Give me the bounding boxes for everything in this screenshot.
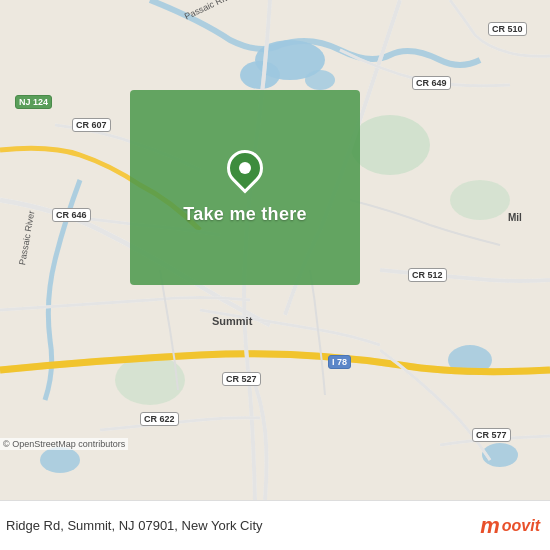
info-bar: Ridge Rd, Summit, NJ 07901, New York Cit… [0, 500, 550, 550]
road-badge-cr622: CR 622 [140, 412, 179, 426]
mil-town-label: Mil [508, 212, 522, 223]
road-badge-cr607: CR 607 [72, 118, 111, 132]
address-text: Ridge Rd, Summit, NJ 07901, New York Cit… [6, 518, 263, 533]
map-container: Take me there NJ 124 CR 607 CR 646 CR 64… [0, 0, 550, 500]
svg-point-3 [305, 70, 335, 90]
navigation-overlay: Take me there [130, 90, 360, 285]
svg-point-2 [240, 61, 280, 89]
road-badge-i78: I 78 [328, 355, 351, 369]
road-badge-cr646: CR 646 [52, 208, 91, 222]
road-badge-cr527: CR 527 [222, 372, 261, 386]
road-badge-cr577: CR 577 [472, 428, 511, 442]
take-me-there-button[interactable]: Take me there [183, 204, 307, 225]
svg-point-7 [350, 115, 430, 175]
location-pin [227, 150, 263, 194]
road-badge-nj124: NJ 124 [15, 95, 52, 109]
moovit-rest-text: oovit [502, 517, 540, 535]
svg-point-6 [40, 447, 80, 473]
svg-point-9 [450, 180, 510, 220]
road-badge-cr649: CR 649 [412, 76, 451, 90]
osm-credit: © OpenStreetMap contributors [0, 438, 128, 450]
summit-town-label: Summit [212, 315, 252, 327]
road-badge-cr512: CR 512 [408, 268, 447, 282]
moovit-logo: m oovit [480, 513, 540, 539]
moovit-m-letter: m [480, 513, 500, 539]
road-badge-cr510: CR 510 [488, 22, 527, 36]
